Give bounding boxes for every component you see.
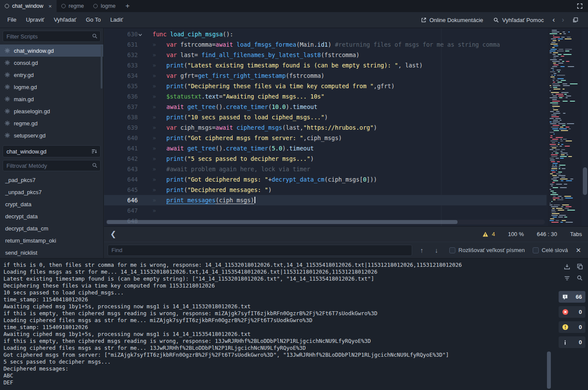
minimap[interactable] [548,28,582,226]
tab-logme[interactable]: logme [89,0,120,12]
whole-words-checkbox[interactable] [533,247,539,253]
editor-vertical-scrollbar[interactable] [583,167,587,195]
script-item[interactable]: pleaselogin.gd [0,105,103,117]
code-text: »print("Got deciphered msgs: "+decrypt_d… [146,174,377,185]
code-line-644[interactable]: 644»print("Got deciphered msgs: "+decryp… [104,174,547,185]
script-item[interactable]: setupserv.gd [0,129,103,141]
code-line-634[interactable]: 634»var gfrt=get_first_right_timestamp(f… [104,70,547,81]
tab-label: logme [101,3,115,9]
tab-chat-window[interactable]: chat_window × [0,0,57,12]
all-messages-filter[interactable]: 66 [559,291,585,303]
method-item[interactable]: _unpad_pkcs7 [0,186,103,198]
float-panel-icon[interactable] [568,17,583,23]
close-find-icon[interactable]: ✕ [572,246,585,254]
output-scrollbar[interactable] [547,352,551,389]
find-next-icon[interactable]: ↓ [431,246,442,254]
menu-file[interactable]: File [3,12,21,28]
code-line-646[interactable]: 646»print_messages(ciph_msgs) [104,195,547,205]
zoom-level[interactable]: 100 % [508,231,524,237]
collapse-sidebar-icon[interactable]: ❮ [110,230,116,239]
online-docs-button[interactable]: Online Dokumentácie [416,17,488,23]
current-script-field[interactable]: chat_window.gd [3,145,101,157]
code-line-635[interactable]: 635»print("Deciphering these files via t… [104,81,547,91]
errors-filter[interactable]: 0 [559,306,585,318]
method-item[interactable]: return_timstamp_oki [0,234,103,246]
code-line-631[interactable]: 631»var fstrcomma=await load_fmsgs_forme… [104,39,547,50]
method-item[interactable]: _pad_pkcs7 [0,174,103,186]
script-item[interactable]: main.gd [0,93,103,105]
script-status-icon [61,4,66,8]
sort-methods-icon[interactable] [88,146,100,157]
tab-indent-marker: » [153,39,166,50]
menu-edit[interactable]: Upraviť [21,12,49,28]
code-line-640[interactable]: 640»print("Got ciphered msgs from server… [104,133,547,143]
filter-scripts-input[interactable] [3,31,101,42]
line-number: 632 [104,50,138,60]
message-bubble-icon [562,294,568,300]
info-filter[interactable]: 0 [559,336,585,348]
code-line-630[interactable]: 630func load_ciph_msgsa(): [104,29,547,39]
code-line-645[interactable]: 645»print("Deciphered messages: ") [104,185,547,195]
tab-regme[interactable]: regme [57,0,89,12]
editor-horizontal-scrollbar-thumb[interactable] [107,220,458,224]
code-line-638[interactable]: 638»print("10 secs passed to load ciphed… [104,112,547,122]
gear-icon [4,132,10,138]
script-item[interactable]: entry.gd [0,69,103,81]
fold-arrow-icon[interactable] [138,32,146,37]
menu-goto[interactable]: Go To [81,12,105,28]
search-output-icon[interactable] [576,274,584,282]
script-item[interactable]: regme.gd [0,117,103,129]
tab-indent-marker: » [153,102,166,112]
fullscreen-icon[interactable] [572,0,588,12]
warning-count-badge[interactable]: 4 [482,231,495,237]
code-text: func load_ciph_msgsa(): [146,29,233,39]
script-item[interactable]: chat_window.gd [0,45,103,57]
tab-indent-marker: » [153,133,166,143]
code-line-642[interactable]: 642»print("5 secs passed to decipher msg… [104,153,547,164]
info-count: 0 [579,339,582,345]
method-item[interactable]: decrypt_data_cm [0,222,103,234]
editor-status-bar: ❮ 4 100 % 646 : 30 Tabs [104,226,588,242]
script-item[interactable]: logme.gd [0,81,103,93]
menu-debug[interactable]: Ladiť [105,12,127,28]
find-previous-icon[interactable]: ↑ [416,246,427,254]
history-back-icon[interactable]: ‹ [550,16,558,24]
copy-output-icon[interactable] [576,262,584,270]
code-line-636[interactable]: 636»$statustxt.text="Awaiting ciphed msg… [104,91,547,102]
method-item[interactable]: send_nicklist [0,246,103,258]
close-icon[interactable]: × [48,3,52,10]
script-list-scrollbar[interactable] [101,45,102,89]
save-output-icon[interactable] [563,262,571,270]
output-line: Awaiting ciphed msg 1by1+5s, processing … [3,303,547,310]
text-caret [254,197,255,203]
search-help-button[interactable]: Vyhľadať Pomoc [489,17,548,23]
code-line-632[interactable]: 632»var last= find_all_filenames_by_late… [104,50,547,60]
warnings-filter[interactable]: 0 [559,321,585,333]
output-line: 5 secs passed to decipher msgs... [3,358,547,365]
history-forward-icon[interactable]: › [559,16,567,24]
menu-search[interactable]: Vyhľadať [49,12,81,28]
code-editor[interactable]: 630func load_ciph_msgsa():631»var fstrco… [104,28,588,226]
tab-indent-marker: » [153,91,166,102]
code-line-639[interactable]: 639»var ciph_msgs=await ciphered_msgs(la… [104,122,547,133]
code-lines: 630func load_ciph_msgsa():631»var fstrco… [104,29,547,226]
script-item[interactable]: consol.gd [0,57,103,69]
code-line-641[interactable]: 641»await get_tree().create_timer(5.0).t… [104,143,547,153]
line-number: 637 [104,102,138,112]
filter-output-icon[interactable] [563,274,571,282]
method-item[interactable]: decrypt_data [0,210,103,222]
output-actions-row [563,262,585,270]
code-line-637[interactable]: 637»await get_tree().create_timer(10.0).… [104,102,547,112]
code-line-647[interactable]: 647» [104,205,547,216]
find-input[interactable] [108,245,412,256]
line-number: 638 [104,112,138,122]
code-line-643[interactable]: 643»#await problem again here, lock via … [104,164,547,174]
code-text: »print("5 secs passed to decipher msgs..… [146,153,314,164]
code-line-633[interactable]: 633»print("Latest existing timestamp fou… [104,60,547,70]
match-case-checkbox[interactable] [449,247,455,253]
line-number: 645 [104,185,138,195]
add-tab-button[interactable]: + [120,0,135,12]
method-item[interactable]: crypt_data [0,198,103,210]
menu-bar-right: Online Dokumentácie Vyhľadať Pomoc ‹ › [416,16,585,24]
filter-methods-input[interactable] [3,160,101,171]
